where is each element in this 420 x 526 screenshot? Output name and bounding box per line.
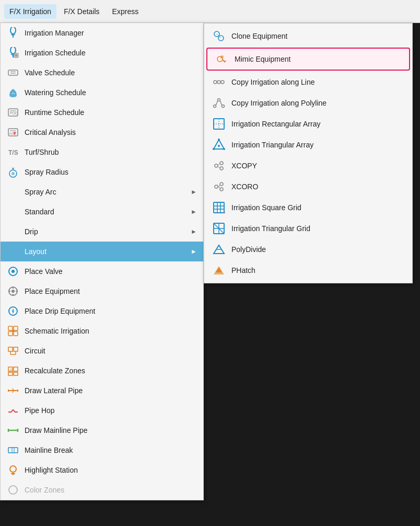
menu-item-schematic-irrigation[interactable]: Schematic Irrigation	[1, 321, 203, 341]
submenu-xcoro[interactable]: XCORO	[204, 176, 412, 197]
svg-point-22	[11, 290, 15, 293]
highlight-station-icon	[6, 463, 20, 477]
watering-schedule-icon	[6, 85, 20, 100]
submenu-triangular-array[interactable]: Irrigation Triangular Array	[204, 134, 412, 155]
svg-point-85	[220, 182, 223, 186]
submenu-polydivide[interactable]: PolyDivide	[204, 239, 412, 260]
menu-item-draw-lateral-pipe[interactable]: Draw Lateral Pipe	[1, 381, 203, 401]
submenu-rectangular-array-label: Irrigation Rectangular Array	[231, 120, 320, 128]
menu-express[interactable]: Express	[107, 4, 144, 19]
menu-item-place-valve[interactable]: Place Valve	[1, 261, 203, 281]
svg-rect-5	[8, 70, 18, 75]
submenu-mimic-equipment[interactable]: Mimic Equipment	[206, 48, 410, 71]
svg-point-76	[223, 148, 225, 150]
menu-item-place-drip-label: Place Drip Equipment	[25, 307, 197, 315]
submenu-mimic-equipment-label: Mimic Equipment	[235, 55, 290, 63]
submenu-xcopy[interactable]: XCOPY	[204, 155, 412, 176]
spray-arc-arrow: ►	[191, 188, 197, 196]
menu-item-recalculate-zones[interactable]: ↺ Recalculate Zones	[1, 361, 203, 381]
menu-item-runtime-schedule[interactable]: POC Runtime Schedule	[1, 102, 203, 122]
menu-item-color-zones[interactable]: Color Zones	[1, 480, 203, 500]
critical-analysis-icon: POC	[6, 125, 20, 140]
svg-point-18	[11, 172, 15, 175]
submenu-clone-equipment[interactable]: Clone Equipment	[204, 26, 412, 47]
menu-item-place-drip[interactable]: Place Drip Equipment	[1, 301, 203, 321]
submenu-copy-along-polyline-label: Copy Irrigation along Polyline	[231, 99, 326, 107]
menu-item-draw-mainline-pipe-label: Draw Mainline Pipe	[25, 426, 197, 434]
xcopy-icon	[212, 158, 226, 173]
menu-item-highlight-station[interactable]: Highlight Station	[1, 460, 203, 480]
standard-icon	[6, 204, 20, 219]
submenu-rectangular-array[interactable]: Irrigation Rectangular Array	[204, 113, 412, 134]
svg-point-86	[220, 188, 223, 191]
menu-item-drip[interactable]: Drip ►	[1, 222, 203, 242]
submenu-copy-along-line-label: Copy Irrigation along Line	[231, 78, 315, 86]
submenu-clone-equipment-label: Clone Equipment	[231, 32, 287, 40]
draw-mainline-pipe-icon	[6, 423, 20, 438]
menu-item-critical-analysis[interactable]: POC Critical Analysis	[1, 122, 203, 142]
mimic-equipment-icon	[215, 52, 229, 66]
submenu-irrigation-triangular-grid-label: Irrigation Triangular Grid	[231, 224, 310, 233]
menu-item-pipe-hop[interactable]: Pipe Hop	[1, 401, 203, 420]
pipe-hop-icon	[6, 403, 20, 418]
svg-point-78	[218, 145, 220, 147]
menu-item-turf-shrub[interactable]: T/S Turf/Shrub	[1, 142, 203, 162]
svg-point-54	[10, 466, 16, 472]
svg-line-60	[217, 34, 221, 38]
spray-arc-icon	[6, 185, 20, 199]
svg-rect-40	[8, 372, 13, 375]
irrigation-schedule-icon	[6, 45, 20, 60]
menu-bar: F/X Irrigation F/X Details Express	[0, 0, 420, 23]
menu-item-layout[interactable]: Layout ►	[1, 242, 203, 261]
valve-schedule-icon	[6, 65, 20, 80]
menu-item-watering-schedule[interactable]: Watering Schedule	[1, 83, 203, 102]
menu-item-mainline-break[interactable]: Mainline Break	[1, 440, 203, 460]
menu-item-runtime-schedule-label: Runtime Schedule	[25, 108, 197, 117]
menu-item-standard[interactable]: Standard ►	[1, 202, 203, 222]
submenu-copy-along-line[interactable]: Copy Irrigation along Line	[204, 72, 412, 93]
turf-shrub-icon: T/S	[6, 145, 20, 159]
menu-item-irrigation-manager-label: Irrigation Manager	[25, 29, 197, 37]
menu-item-place-valve-label: Place Valve	[25, 267, 197, 276]
submenu-irrigation-triangular-grid[interactable]: Irrigation Triangular Grid	[204, 218, 412, 239]
menu-item-draw-mainline-pipe[interactable]: Draw Mainline Pipe	[1, 420, 203, 440]
svg-point-32	[12, 330, 14, 332]
clone-equipment-icon	[212, 29, 226, 43]
svg-point-84	[215, 185, 218, 188]
menu-item-spray-radius[interactable]: Spray Radius	[1, 162, 203, 182]
menu-item-spray-arc[interactable]: Spray Arc ►	[1, 182, 203, 202]
copy-along-line-icon	[212, 75, 226, 89]
svg-point-65	[221, 81, 224, 84]
menu-item-irrigation-manager[interactable]: Irrigation Manager	[1, 23, 203, 43]
layout-icon	[6, 244, 20, 259]
svg-rect-41	[14, 372, 18, 375]
draw-lateral-pipe-icon	[6, 383, 20, 398]
menu-fx-details[interactable]: F/X Details	[59, 4, 104, 19]
submenu-irrigation-square-grid-label: Irrigation Square Grid	[231, 203, 301, 212]
xcoro-icon	[212, 179, 226, 194]
svg-point-0	[10, 27, 16, 34]
submenu-phatch-label: PHatch	[231, 266, 255, 275]
svg-point-1	[10, 47, 16, 54]
submenu-irrigation-square-grid[interactable]: Irrigation Square Grid	[204, 197, 412, 218]
menu-item-color-zones-label: Color Zones	[25, 486, 197, 494]
svg-text:↺: ↺	[9, 368, 12, 371]
copy-along-polyline-icon	[212, 96, 226, 110]
menu-item-valve-schedule[interactable]: Valve Schedule	[1, 63, 203, 83]
menu-item-place-equipment[interactable]: Place Equipment	[1, 281, 203, 301]
menu-item-pipe-hop-label: Pipe Hop	[25, 406, 197, 415]
menu-item-mainline-break-label: Mainline Break	[25, 446, 197, 454]
submenu-phatch[interactable]: PHatch	[204, 260, 412, 281]
menu-item-irrigation-schedule[interactable]: Irrigation Schedule	[1, 43, 203, 63]
submenu-copy-along-polyline[interactable]: Copy Irrigation along Polyline	[204, 93, 412, 113]
menu-fx-irrigation[interactable]: F/X Irrigation	[4, 4, 56, 19]
menu-item-valve-schedule-label: Valve Schedule	[25, 68, 197, 77]
runtime-schedule-icon: POC	[6, 105, 20, 120]
menu-item-circuit[interactable]: Circuit	[1, 341, 203, 361]
irrigation-manager-icon	[6, 26, 20, 40]
menu-item-spray-arc-label: Spray Arc	[25, 188, 191, 196]
circuit-icon	[6, 344, 20, 358]
spray-radius-icon	[6, 165, 20, 179]
svg-point-79	[215, 164, 218, 167]
rectangular-array-icon	[212, 117, 226, 131]
